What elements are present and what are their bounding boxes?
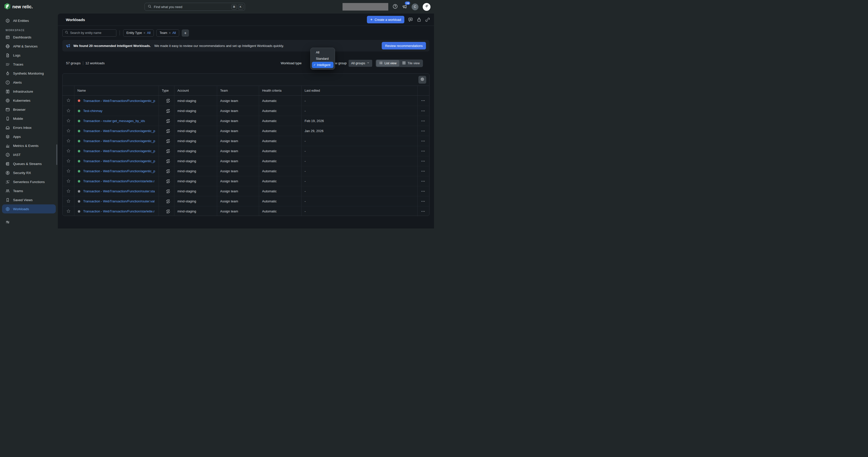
assign-team-action[interactable]: Assign team [217,176,259,186]
row-menu-button[interactable]: ••• [417,106,429,116]
review-recommendations-button[interactable]: Review recommendations [382,42,426,50]
sidebar-item-traces[interactable]: Traces [0,60,58,69]
assign-team-action[interactable]: Assign team [217,186,259,196]
row-menu-button[interactable]: ••• [417,126,429,136]
workload-name-link[interactable]: Transaction - WebTransaction/Function/ag… [83,129,155,133]
workload-type-option-intelligent[interactable]: ✓Intelligent [312,62,334,68]
sidebar-item-logs[interactable]: Logs [0,51,58,60]
assign-team-action[interactable]: Assign team [217,106,259,116]
sidebar-item-security-rx[interactable]: Security RX [0,168,58,177]
user-avatar[interactable]: C [412,3,418,10]
row-menu-button[interactable]: ••• [417,136,429,146]
assign-team-action[interactable]: Assign team [217,196,259,206]
sidebar-item-infrastructure[interactable]: Infrastructure [0,87,58,96]
row-menu-button[interactable]: ••• [417,176,429,186]
workload-name-link[interactable]: Transaction - WebTransaction/Function/ag… [83,139,155,143]
column-header-last-edited[interactable]: Last edited [301,86,417,95]
sidebar-item-synthetic-monitoring[interactable]: Synthetic Monitoring [0,69,58,78]
sidebar-settings-button[interactable] [5,220,10,225]
sidebar-item-iast[interactable]: IAST [0,150,58,159]
row-menu-button[interactable]: ••• [417,196,429,206]
announcements-button[interactable]: +9 [402,4,407,10]
assign-team-action[interactable]: Assign team [217,156,259,166]
workload-name-link[interactable]: Transaction - WebTransaction/Function/ro… [83,189,155,193]
sidebar-item-kubernetes[interactable]: Kubernetes [0,96,58,105]
sidebar-item-serverless-functions[interactable]: Serverless Functions [0,177,58,186]
ellipsis-icon: ••• [422,200,425,203]
row-menu-button[interactable]: ••• [417,96,429,106]
workload-name-link[interactable]: Transaction - router:get_messages_by_ids [83,119,145,123]
workload-name-link[interactable]: Transaction - WebTransaction/Function/ro… [83,199,155,203]
row-menu-button[interactable]: ••• [417,156,429,166]
sidebar-scrollbar[interactable] [56,144,57,165]
share-button[interactable] [417,17,422,22]
ai-assistant-button[interactable] [423,3,431,11]
row-menu-button[interactable]: ••• [417,166,429,176]
global-search-input[interactable]: Find what you need ⌘ K [145,3,245,11]
assign-team-action[interactable]: Assign team [217,96,259,106]
favorite-star-button[interactable] [63,206,74,216]
favorite-star-button[interactable] [63,146,74,156]
row-menu-button[interactable]: ••• [417,146,429,156]
workload-name-link[interactable]: Transaction - WebTransaction/Function/st… [83,209,155,213]
column-header-health[interactable]: Health criteria [259,86,301,95]
column-header-name[interactable]: Name [74,86,159,95]
sidebar-item-alerts[interactable]: Alerts [0,78,58,87]
favorite-star-button[interactable] [63,116,74,126]
add-filter-button[interactable]: + [182,29,189,37]
list-view-toggle[interactable]: List view [376,60,399,67]
favorite-star-button[interactable] [63,156,74,166]
tile-view-toggle[interactable]: Tile view [399,60,423,67]
favorite-star-button[interactable] [63,96,74,106]
assign-team-action[interactable]: Assign team [217,206,259,216]
sidebar-item-workloads[interactable]: Workloads [2,204,56,214]
sidebar-item-metrics-events[interactable]: Metrics & Events [0,141,58,150]
column-header-account[interactable]: Account [174,86,217,95]
favorite-star-button[interactable] [63,186,74,196]
workload-name-link[interactable]: Transaction - WebTransaction/Function/st… [83,179,155,183]
assign-team-action[interactable]: Assign team [217,126,259,136]
workload-name-link[interactable]: Transaction - WebTransaction/Function/ag… [83,159,155,163]
row-menu-button[interactable]: ••• [417,116,429,126]
sidebar-item-teams[interactable]: Teams [0,186,58,195]
sidebar-item-dashboards[interactable]: Dashboards [0,33,58,42]
favorite-star-button[interactable] [63,176,74,186]
favorite-star-button[interactable] [63,126,74,136]
sidebar-item-all-entities[interactable]: All Entities [0,16,58,25]
workload-name-link[interactable]: Transaction - WebTransaction/Function/ag… [83,169,155,173]
show-group-select[interactable]: All groups [348,60,372,67]
row-menu-button[interactable]: ••• [417,206,429,216]
team-filter[interactable]: Team = All [156,29,179,37]
assign-team-action[interactable]: Assign team [217,136,259,146]
row-menu-button[interactable]: ••• [417,186,429,196]
workload-type-option-standard[interactable]: Standard [312,56,334,62]
favorite-star-button[interactable] [63,196,74,206]
permalink-button[interactable] [425,17,430,22]
assign-team-action[interactable]: Assign team [217,146,259,156]
column-header-type[interactable]: Type [159,86,174,95]
sidebar-item-saved-views[interactable]: Saved Views [0,195,58,204]
create-workload-button[interactable]: + Create a workload [367,16,404,23]
favorite-star-button[interactable] [63,136,74,146]
help-button[interactable] [393,4,398,10]
table-settings-button[interactable] [418,76,426,84]
favorite-star-button[interactable] [63,166,74,176]
workload-name-link[interactable]: Transaction - WebTransaction/Function/ag… [83,99,155,103]
assign-team-action[interactable]: Assign team [217,166,259,176]
sidebar-item-apm-services[interactable]: APM & Services [0,42,58,51]
feedback-button[interactable] [408,17,413,22]
sidebar-item-mobile[interactable]: Mobile [0,114,58,123]
workload-name-link[interactable]: Test-chinmay [83,109,102,113]
assign-team-action[interactable]: Assign team [217,116,259,126]
entity-search-input[interactable]: Search by entity name [62,29,116,37]
column-header-team[interactable]: Team [217,86,259,95]
entity-type-filter[interactable]: Entity Type = All [123,29,154,37]
new-relic-logo[interactable]: new relic. [4,3,33,10]
favorite-star-button[interactable] [63,106,74,116]
workload-type-option-all[interactable]: All [312,49,334,56]
sidebar-item-queues-streams[interactable]: Queues & Streams [0,159,58,168]
sidebar-item-apps[interactable]: Apps [0,132,58,141]
sidebar-item-errors-inbox[interactable]: Errors Inbox [0,123,58,132]
sidebar-item-browser[interactable]: Browser [0,105,58,114]
workload-name-link[interactable]: Transaction - WebTransaction/Function/ag… [83,149,155,153]
